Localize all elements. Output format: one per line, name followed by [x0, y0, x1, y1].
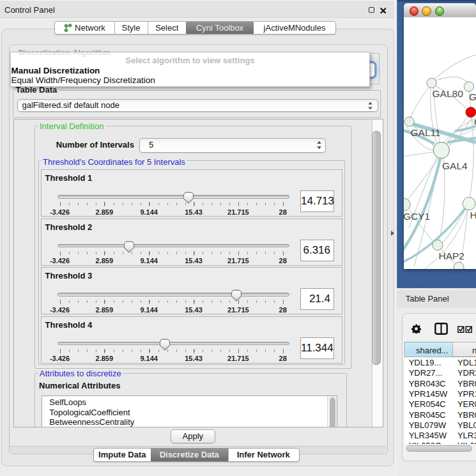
- svg-text:H: H: [470, 210, 476, 220]
- svg-text:GCY1: GCY1: [404, 211, 430, 222]
- svg-text:HAP2: HAP2: [439, 250, 465, 261]
- svg-text:GAL11: GAL11: [411, 127, 441, 138]
- svg-text:GA: GA: [469, 91, 476, 102]
- svg-text:GAL80: GAL80: [433, 88, 464, 99]
- svg-text:GAL4: GAL4: [442, 160, 468, 171]
